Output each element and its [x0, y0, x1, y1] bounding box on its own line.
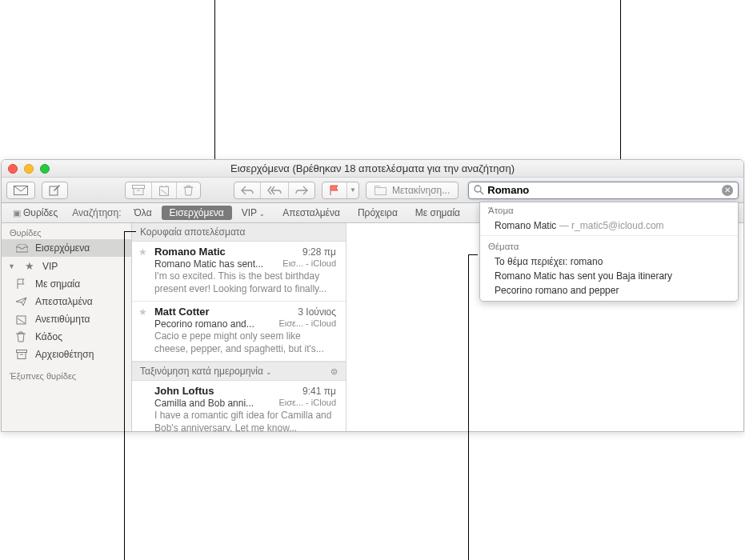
- trash-icon: [183, 185, 194, 196]
- flag-group: ▼: [322, 182, 359, 199]
- chevron-down-icon: ▼: [350, 186, 356, 194]
- sidebar-item-trash[interactable]: Κάδος: [2, 328, 131, 346]
- message-preview: I have a romantic gift idea for Camilla …: [154, 410, 336, 431]
- move-label: Μετακίνηση...: [392, 185, 450, 196]
- sort-label: Ταξινόμηση κατά ημερομηνία: [140, 366, 263, 377]
- flag-button[interactable]: [322, 182, 347, 198]
- scope-drafts[interactable]: Πρόχειρα: [350, 206, 406, 220]
- close-button[interactable]: [8, 164, 18, 174]
- sidebar-item-label: VIP: [42, 261, 58, 272]
- suggestion-person[interactable]: Romano Matic — r_matic5@icloud.com: [480, 218, 738, 233]
- move-button[interactable]: Μετακίνηση...: [366, 182, 459, 199]
- separator: [480, 235, 738, 236]
- sidebar-item-label: Με σημαία: [35, 278, 80, 290]
- sidebar-item-label: Εισερχόμενα: [35, 242, 90, 254]
- forward-button[interactable]: [289, 182, 314, 198]
- callout-line: [124, 231, 125, 560]
- message-item[interactable]: ★ Matt Cotter 3 Ιούνιος Pecorino romano …: [132, 302, 346, 362]
- callout-line: [124, 231, 136, 232]
- suggestion-person-name: Romano Matic: [495, 220, 556, 231]
- sidebar-item-inbox[interactable]: Εισερχόμενα: [2, 239, 131, 257]
- search-suggestions: Άτομα Romano Matic — r_matic5@icloud.com…: [479, 202, 739, 302]
- message-subject: Romano Matic has sent...: [154, 258, 263, 270]
- suggestion-subject[interactable]: Pecorino romano and pepper: [480, 283, 738, 301]
- callout-line: [468, 254, 469, 560]
- junk-button[interactable]: [152, 182, 177, 198]
- get-mail-button[interactable]: [6, 182, 35, 199]
- scope-all[interactable]: Όλα: [126, 206, 160, 220]
- sidebar-item-sent[interactable]: Απεσταλμένα: [2, 293, 131, 310]
- sort-header[interactable]: Ταξινόμηση κατά ημερομηνία ⌄ ⊜: [132, 362, 346, 381]
- mail-window: Εισερχόμενα (Βρέθηκαν 18 αποτελέσματα γι…: [1, 159, 744, 432]
- message-time: 9:28 πμ: [302, 246, 336, 258]
- inbox-icon: [16, 244, 29, 253]
- filter-icon[interactable]: ⊜: [330, 366, 338, 377]
- callout-line: [214, 0, 215, 159]
- sent-icon: [16, 297, 29, 306]
- vip-star-icon[interactable]: ★: [138, 306, 147, 318]
- message-time: 3 Ιούνιος: [298, 306, 336, 318]
- sidebar-item-label: Κάδος: [35, 331, 62, 342]
- archive-icon: [132, 185, 145, 195]
- archive-icon: [16, 350, 29, 359]
- svg-line-17: [18, 318, 25, 323]
- flag-dropdown[interactable]: ▼: [347, 182, 358, 198]
- message-mailbox: Εισε... - iCloud: [278, 398, 336, 409]
- reply-all-icon: [267, 186, 282, 195]
- toolbar: ▼ Μετακίνηση... ✕: [2, 178, 743, 203]
- mailboxes-toggle[interactable]: ▣ Θυρίδες: [6, 206, 64, 220]
- trash-icon: [16, 331, 29, 342]
- message-list[interactable]: Κορυφαία αποτελέσματα ★ Romano Matic 9:2…: [132, 223, 346, 431]
- svg-rect-13: [375, 187, 387, 194]
- svg-line-8: [161, 190, 167, 194]
- search-scope-label: Αναζήτηση:: [72, 207, 121, 218]
- clear-search-button[interactable]: ✕: [722, 185, 733, 196]
- archive-button[interactable]: [126, 182, 152, 198]
- sidebar-item-vip[interactable]: ▼ ★ VIP: [2, 257, 131, 275]
- scope-vip[interactable]: VIP ⌄: [234, 206, 273, 220]
- message-sender: Matt Cotter: [154, 306, 210, 318]
- vip-star-icon[interactable]: ★: [138, 246, 147, 258]
- sidebar-item-archive[interactable]: Αρχειοθέτηση: [2, 346, 131, 363]
- disclosure-triangle-icon[interactable]: ▼: [8, 262, 15, 270]
- reply-group: [234, 182, 315, 199]
- star-icon: ★: [23, 260, 36, 272]
- compose-button[interactable]: [42, 182, 68, 199]
- scope-flagged[interactable]: Με σημαία: [407, 206, 468, 220]
- maximize-button[interactable]: [40, 164, 50, 174]
- chevron-down-icon: ⌄: [266, 368, 272, 376]
- sidebar-item-label: Ανεπιθύμητα: [35, 314, 90, 325]
- sidebar-item-flagged[interactable]: Με σημαία: [2, 275, 131, 293]
- suggestion-subject[interactable]: Το θέμα περιέχει: romano: [480, 254, 738, 269]
- trash-button[interactable]: [177, 182, 200, 198]
- callout-line: [620, 0, 621, 159]
- sidebar-item-junk[interactable]: Ανεπιθύμητα: [2, 310, 131, 328]
- junk-icon: [16, 314, 29, 325]
- scope-inbox[interactable]: Εισερχόμενα: [162, 206, 232, 220]
- message-item[interactable]: ★ Romano Matic 9:28 πμ Romano Matic has …: [132, 242, 346, 302]
- suggestion-person-email: r_matic5@icloud.com: [571, 220, 664, 231]
- message-item[interactable]: John Loftus 9:41 πμ Camilla and Bob anni…: [132, 381, 346, 431]
- sidebar-heading-mailboxes: Θυρίδες: [2, 225, 131, 239]
- reply-all-button[interactable]: [261, 182, 289, 198]
- minimize-button[interactable]: [24, 164, 34, 174]
- search-input[interactable]: [487, 184, 722, 196]
- suggestion-subject[interactable]: Romano Matic has sent you Baja itinerary: [480, 269, 738, 283]
- flag-icon: [329, 185, 340, 196]
- message-sender: John Loftus: [154, 385, 214, 397]
- titlebar: Εισερχόμενα (Βρέθηκαν 18 αποτελέσματα γι…: [2, 160, 743, 178]
- chevron-down-icon: ⌄: [259, 210, 265, 218]
- top-hits-header: Κορυφαία αποτελέσματα: [132, 223, 346, 242]
- message-time: 9:41 πμ: [302, 386, 336, 397]
- search-field[interactable]: ✕: [468, 182, 739, 199]
- reply-button[interactable]: [234, 182, 261, 198]
- message-mailbox: Εισ... - iCloud: [282, 258, 336, 270]
- scope-sent[interactable]: Απεσταλμένα: [274, 206, 348, 220]
- svg-rect-19: [18, 353, 26, 359]
- svg-rect-3: [134, 189, 143, 195]
- junk-icon: [158, 185, 170, 196]
- sidebar: Θυρίδες Εισερχόμενα ▼ ★ VIP Με σημαία: [2, 223, 132, 431]
- callout-line: [468, 254, 478, 255]
- forward-icon: [295, 186, 308, 195]
- message-preview: Cacio e pepe might only seem like cheese…: [154, 330, 336, 355]
